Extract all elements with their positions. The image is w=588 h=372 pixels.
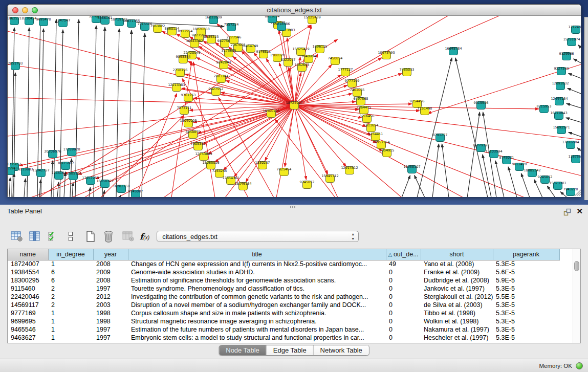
delete-table-icon[interactable]	[102, 230, 115, 243]
network-node[interactable]: 17016504	[562, 140, 579, 149]
table-cell[interactable]: 1	[48, 334, 93, 342]
table-cell[interactable]: 2	[48, 301, 93, 309]
table-cell[interactable]: Yano et al. (2008)	[421, 260, 493, 268]
table-cell[interactable]: Genome-wide association studies in ADHD.	[128, 268, 386, 276]
network-node[interactable]: 7485033	[400, 68, 415, 76]
table-cell[interactable]: 1	[48, 309, 93, 317]
network-node[interactable]: 2603144	[214, 74, 229, 83]
table-cell[interactable]: 2012	[93, 293, 128, 301]
table-cell[interactable]: 9115460	[8, 285, 48, 293]
network-node[interactable]: 9227343	[554, 67, 569, 75]
table-cell[interactable]: 5.3E-5	[493, 301, 559, 309]
network-node[interactable]: 2051703	[8, 61, 23, 70]
table-cell[interactable]: 5.3E-5	[493, 285, 559, 293]
network-node[interactable]: 15751074	[563, 37, 580, 46]
network-node[interactable]: 7563822	[150, 24, 165, 33]
network-node[interactable]: 17359928	[63, 147, 80, 156]
table-cell[interactable]: 9465546	[8, 325, 48, 334]
table-cell[interactable]: Franke et al. (2009)	[421, 268, 493, 276]
table-cell[interactable]: Tourette syndrome. Phenomenology and cla…	[128, 285, 386, 293]
network-node[interactable]: 9245087	[128, 189, 143, 198]
network-node[interactable]: 9695478	[36, 17, 51, 26]
column-header-title[interactable]: title	[128, 249, 386, 260]
table-cell[interactable]: 1998	[93, 317, 128, 325]
table-cell[interactable]: 1	[48, 260, 93, 268]
table-cell[interactable]: 5.3E-5	[493, 260, 559, 268]
table-cell[interactable]: 0	[386, 309, 421, 317]
network-node[interactable]: 1362603	[295, 63, 310, 72]
column-header-out_de[interactable]: △ out_de...	[386, 249, 421, 260]
table-cell[interactable]: Structural magnetic resonance image aver…	[128, 317, 386, 325]
close-window-icon[interactable]	[12, 7, 18, 13]
network-node[interactable]: 1145194	[52, 171, 67, 180]
network-node[interactable]: 7625464	[277, 167, 292, 176]
network-node[interactable]: 2718176	[173, 68, 188, 77]
table-cell[interactable]: 1997	[93, 285, 128, 293]
network-node[interactable]: 16210643	[550, 111, 567, 120]
network-node[interactable]: 16782759	[113, 184, 129, 193]
table-cell[interactable]: 22420046	[8, 293, 48, 301]
table-row[interactable]: 946554611997Estimation of the future num…	[8, 325, 573, 334]
table-cell[interactable]: 18300295	[8, 276, 48, 285]
network-node[interactable]: 1215683	[18, 167, 33, 176]
table-cell[interactable]: Tibbo et al. (1998)	[421, 309, 493, 317]
network-node[interactable]: 1611624	[364, 123, 379, 132]
table-cell[interactable]: 9463627	[8, 334, 48, 342]
table-cell[interactable]: 2003	[93, 301, 128, 309]
network-node[interactable]: 1047547	[56, 18, 71, 27]
table-cell[interactable]: 0	[386, 293, 421, 301]
network-node[interactable]: 9345012	[300, 180, 315, 189]
network-node[interactable]: 20206576	[44, 149, 61, 158]
network-node[interactable]: 9242843	[216, 60, 231, 69]
network-node[interactable]: 1862521	[8, 16, 21, 25]
table-cell[interactable]: 18724007	[8, 260, 48, 268]
network-node[interactable]: 15065016	[202, 161, 219, 169]
table-cell[interactable]: 5.3E-5	[493, 309, 559, 317]
network-node[interactable]: 1151498	[418, 106, 432, 115]
table-row[interactable]: 1830029562008Estimation of significance …	[8, 276, 573, 285]
network-node[interactable]: 9361763	[181, 93, 196, 102]
network-node[interactable]: 10958107	[403, 165, 420, 173]
table-cell[interactable]: Dudbridge et al. (2008)	[421, 276, 493, 285]
network-node[interactable]: 12505185	[64, 171, 81, 180]
network-node[interactable]: 15125439	[303, 16, 320, 24]
table-cell[interactable]: 5.3E-5	[493, 334, 559, 342]
table-cell[interactable]: Disruption of a novel member of a sodium…	[128, 301, 386, 309]
table-cell[interactable]: 0	[386, 325, 421, 334]
table-cell[interactable]: 2009	[93, 268, 128, 276]
network-node[interactable]: 3175685	[222, 49, 236, 57]
network-node[interactable]: 1112437	[569, 25, 581, 34]
table-row[interactable]: 946362711997Embryonic stem cells: a mode…	[8, 334, 573, 342]
table-cell[interactable]: Hescheler et al. (1997)	[421, 334, 493, 342]
table-cell[interactable]: Nakamura et al. (1997)	[421, 325, 493, 334]
table-cell[interactable]: 9699695	[8, 317, 48, 325]
network-node[interactable]: 3216456	[360, 114, 375, 123]
column-header-in_degree[interactable]: in_degree	[48, 249, 93, 260]
table-cell[interactable]: Changes of HCN gene expression and I(f) …	[128, 260, 386, 268]
network-node[interactable]: 7557224	[224, 23, 239, 31]
select-all-rows-icon[interactable]	[46, 230, 59, 243]
network-canvas[interactable]: 7563822866012489129541822605898275031654…	[8, 16, 581, 197]
table-cell[interactable]: 1997	[93, 334, 128, 342]
network-node[interactable]: 7450834	[328, 56, 343, 65]
table-cell[interactable]: Investigating the contribution of common…	[128, 293, 386, 301]
table-vertical-scrollbar[interactable]	[573, 249, 580, 343]
network-node[interactable]: 8130424	[22, 16, 37, 25]
network-graph[interactable]: 7563822866012489129541822605898275031654…	[8, 16, 581, 197]
scrollbar-thumb[interactable]	[574, 261, 579, 271]
network-node[interactable]: 16648784	[445, 47, 462, 55]
network-node[interactable]: 8186323	[204, 35, 219, 43]
function-builder-icon[interactable]: f(x)	[140, 232, 149, 242]
float-panel-icon[interactable]	[563, 208, 571, 216]
network-node[interactable]: 12444154	[551, 97, 568, 105]
table-cell[interactable]: 2	[48, 285, 93, 293]
table-row[interactable]: 2242004622012Investigating the contribut…	[8, 293, 573, 301]
table-cell[interactable]: Corpus callosum shape and size in male p…	[128, 309, 386, 317]
table-cell[interactable]: Embryonic stem cells: a model to study s…	[128, 334, 386, 342]
table-cell[interactable]: 0	[386, 301, 421, 309]
zoom-window-icon[interactable]	[32, 7, 38, 13]
tab-edge-table[interactable]: Edge Table	[266, 345, 313, 355]
table-settings-icon[interactable]	[10, 230, 24, 243]
network-node[interactable]: 9146821	[256, 50, 271, 58]
network-node[interactable]: 1167553	[569, 155, 581, 163]
